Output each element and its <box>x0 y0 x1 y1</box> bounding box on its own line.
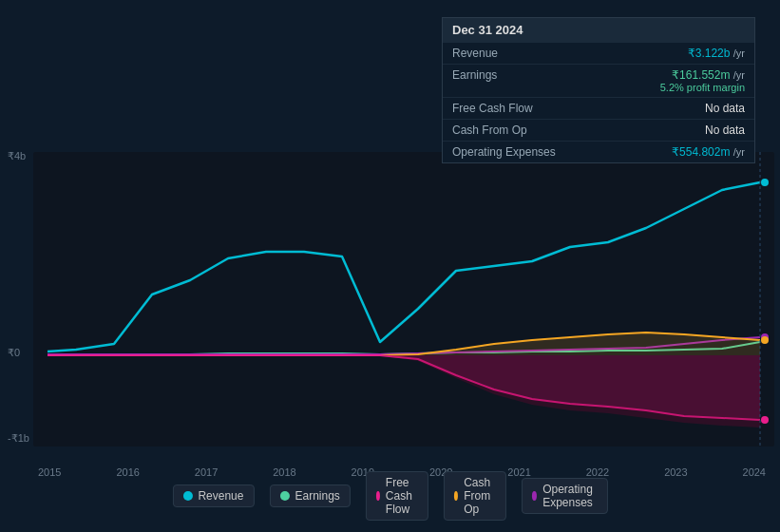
x-label-2024: 2024 <box>743 466 766 478</box>
legend-label-earnings: Earnings <box>295 489 339 503</box>
tooltip-opex-unit: /yr <box>733 146 745 158</box>
tooltip-fcf-label: Free Cash Flow <box>452 102 566 115</box>
tooltip-earnings-amount: ₹161.552m <box>672 68 730 82</box>
legend-item-earnings[interactable]: Earnings <box>269 484 350 507</box>
legend-item-fcf[interactable]: Free Cash Flow <box>366 471 428 521</box>
legend-label-opex: Operating Expenses <box>542 483 597 509</box>
legend-dot-revenue <box>182 491 192 501</box>
legend-dot-opex <box>532 491 537 501</box>
legend-item-revenue[interactable]: Revenue <box>172 484 254 507</box>
tooltip-fcf-row: Free Cash Flow No data <box>443 97 754 119</box>
tooltip-earnings-unit: /yr <box>733 69 745 81</box>
tooltip-revenue-amount: ₹3.122b <box>688 47 731 60</box>
tooltip-revenue-label: Revenue <box>452 47 566 60</box>
tooltip-profit-margin: 5.2% profit margin <box>660 82 745 93</box>
svg-point-10 <box>761 336 769 344</box>
tooltip-revenue-row: Revenue ₹3.122b /yr <box>443 42 754 64</box>
tooltip-earnings-value: ₹161.552m /yr 5.2% profit margin <box>660 68 745 93</box>
tooltip-opex-value: ₹554.802m /yr <box>672 145 745 159</box>
tooltip-revenue-value: ₹3.122b /yr <box>688 47 745 60</box>
tooltip-opex-amount: ₹554.802m <box>672 145 730 159</box>
svg-point-11 <box>761 416 769 424</box>
chart-legend: Revenue Earnings Free Cash Flow Cash Fro… <box>172 471 607 521</box>
tooltip-fcf-value: No data <box>705 102 745 115</box>
legend-label-cfo: Cash From Op <box>464 476 496 516</box>
legend-label-fcf: Free Cash Flow <box>386 476 418 516</box>
tooltip-opex-row: Operating Expenses ₹554.802m /yr <box>443 141 754 162</box>
legend-item-cfo[interactable]: Cash From Op <box>444 471 506 521</box>
tooltip-cfo-value: No data <box>705 124 745 137</box>
legend-item-opex[interactable]: Operating Expenses <box>522 478 608 514</box>
x-label-2016: 2016 <box>116 466 139 478</box>
tooltip-earnings-label: Earnings <box>452 68 566 82</box>
tooltip-earnings-row: Earnings ₹161.552m /yr 5.2% profit margi… <box>443 64 754 97</box>
legend-dot-fcf <box>376 491 380 501</box>
x-label-2023: 2023 <box>664 466 687 478</box>
legend-dot-cfo <box>454 491 458 501</box>
tooltip-cfo-label: Cash From Op <box>452 124 566 137</box>
tooltip-date: Dec 31 2024 <box>443 18 754 42</box>
legend-dot-earnings <box>279 491 289 501</box>
tooltip-opex-label: Operating Expenses <box>452 145 566 159</box>
svg-point-8 <box>761 179 769 186</box>
tooltip-card: Dec 31 2024 Revenue ₹3.122b /yr Earnings… <box>442 17 755 163</box>
tooltip-cfo-row: Cash From Op No data <box>443 119 754 141</box>
x-label-2015: 2015 <box>38 466 61 478</box>
tooltip-revenue-unit: /yr <box>733 48 745 59</box>
legend-label-revenue: Revenue <box>198 489 243 503</box>
